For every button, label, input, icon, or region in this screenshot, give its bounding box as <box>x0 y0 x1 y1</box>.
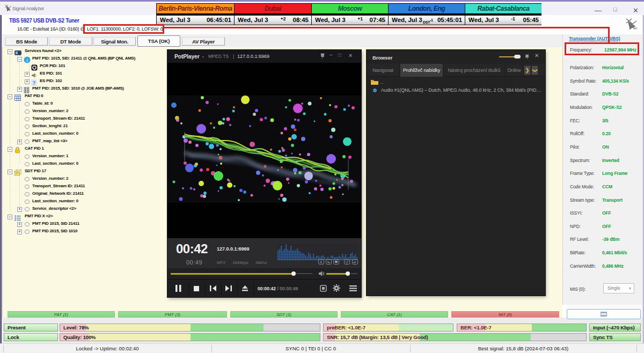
svg-text:A: A <box>320 260 323 264</box>
svg-text:⇆: ⇆ <box>327 260 331 264</box>
svg-text:⇄: ⇄ <box>353 260 356 264</box>
svg-text:♪: ♪ <box>26 57 28 63</box>
svg-text:↺: ↺ <box>346 260 348 264</box>
svg-text:RF: RF <box>634 27 638 30</box>
svg-text:?: ? <box>33 79 36 86</box>
